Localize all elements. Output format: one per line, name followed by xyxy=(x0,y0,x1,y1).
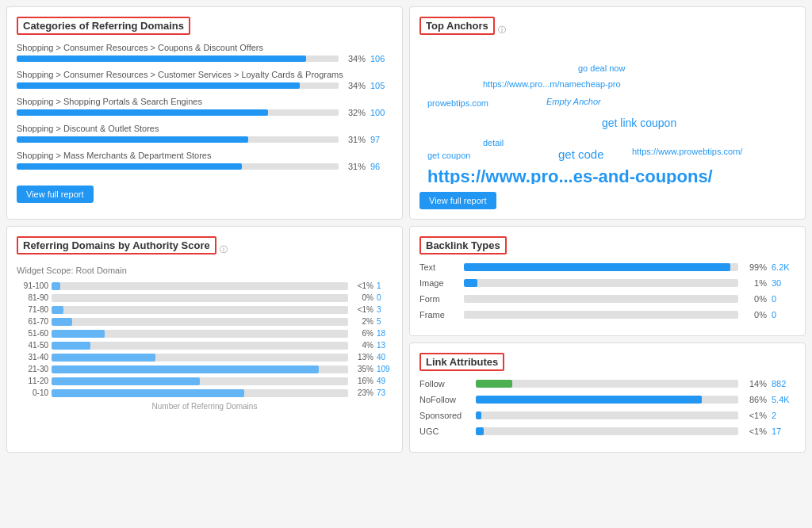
bt-count: 6.2K xyxy=(772,262,795,272)
category-item: Shopping > Mass Merchants & Department S… xyxy=(17,151,393,171)
category-item: Shopping > Consumer Resources > Customer… xyxy=(17,70,393,90)
authority-pct: 4% xyxy=(351,341,373,350)
la-track xyxy=(476,411,738,419)
authority-bar-fill xyxy=(52,354,155,362)
category-bar-row: 34% 105 xyxy=(17,81,393,90)
axis-label: Number of Referring Domains xyxy=(17,402,393,411)
category-pct: 34% xyxy=(343,81,366,90)
authority-bar-track xyxy=(52,318,348,326)
anchors-cloud: go deal now https://www.pro...m/namechea… xyxy=(419,49,795,184)
bt-track xyxy=(464,263,738,271)
backlink-type-row: Image 1% 30 xyxy=(419,278,795,288)
authority-bar-track xyxy=(52,354,348,362)
link-attr-row: Sponsored <1% 2 xyxy=(419,411,795,420)
link-attr-row: NoFollow 86% 5.4K xyxy=(419,395,795,404)
authority-range: 21-30 xyxy=(17,365,48,373)
category-bar-fill xyxy=(17,109,268,116)
category-bar-fill xyxy=(17,136,248,143)
authority-pct: 23% xyxy=(351,388,373,397)
authority-bar-track xyxy=(52,330,348,338)
category-bar-fill xyxy=(17,163,242,170)
la-label: UGC xyxy=(419,427,471,436)
link-attr-row: UGC <1% 17 xyxy=(419,427,795,436)
bt-pct: 1% xyxy=(743,278,767,288)
authority-bar-fill xyxy=(52,282,60,290)
bt-track xyxy=(464,311,738,319)
la-label: NoFollow xyxy=(419,395,471,404)
category-label: Shopping > Consumer Resources > Customer… xyxy=(17,70,393,79)
category-count: 105 xyxy=(370,81,393,90)
authority-range: 81-90 xyxy=(17,293,48,302)
anchor-detail: detail xyxy=(483,138,504,147)
category-count: 96 xyxy=(370,162,393,171)
anchor-prowebtips-url: https://www.prowebtips.com/ xyxy=(632,147,742,156)
right-bottom-column: Backlink Types Text 99% 6.2K Image 1% 30… xyxy=(409,226,806,453)
authority-info-icon: ⓘ xyxy=(220,244,228,255)
category-bar-track xyxy=(17,55,339,62)
categories-list: Shopping > Consumer Resources > Coupons … xyxy=(17,43,393,171)
authority-pct: 6% xyxy=(351,329,373,338)
top-anchors-card: Top Anchors ⓘ go deal now https://www.pr… xyxy=(409,6,806,220)
authority-bar-fill xyxy=(52,306,63,314)
authority-row: 51-60 6% 18 xyxy=(17,329,393,338)
la-track xyxy=(476,380,738,388)
categories-title: Categories of Referring Domains xyxy=(17,17,190,35)
la-fill xyxy=(476,396,702,404)
authority-pct: 0% xyxy=(351,293,373,302)
authority-bar-track xyxy=(52,342,348,350)
anchor-get-coupon: get coupon xyxy=(427,151,470,160)
authority-count: 1 xyxy=(377,281,393,290)
authority-bar-track xyxy=(52,306,348,314)
authority-bar-fill xyxy=(52,330,105,338)
authority-range: 31-40 xyxy=(17,353,48,362)
authority-row: 91-100 <1% 1 xyxy=(17,281,393,290)
la-count: 5.4K xyxy=(772,395,795,404)
category-count: 100 xyxy=(370,108,393,117)
authority-bar-track xyxy=(52,377,348,385)
authority-bar-fill xyxy=(52,377,200,385)
authority-pct: 13% xyxy=(351,353,373,362)
authority-pct: 35% xyxy=(351,365,373,373)
categories-card: Categories of Referring Domains Shopping… xyxy=(6,6,403,220)
authority-bar-track xyxy=(52,365,348,373)
la-pct: <1% xyxy=(743,411,767,420)
category-bar-row: 31% 97 xyxy=(17,135,393,144)
la-track xyxy=(476,427,738,435)
bt-fill xyxy=(464,263,730,271)
authority-pct: <1% xyxy=(351,305,373,314)
category-label: Shopping > Consumer Resources > Coupons … xyxy=(17,43,393,52)
authority-row: 0-10 23% 73 xyxy=(17,388,393,397)
category-bar-row: 34% 106 xyxy=(17,54,393,63)
authority-score-title: Referring Domains by Authority Score xyxy=(17,236,216,254)
link-attr-row: Follow 14% 882 xyxy=(419,379,795,388)
authority-pct: 16% xyxy=(351,377,373,385)
authority-row: 71-80 <1% 3 xyxy=(17,305,393,314)
bt-track xyxy=(464,295,738,303)
authority-row: 41-50 4% 13 xyxy=(17,341,393,350)
authority-range: 0-10 xyxy=(17,388,48,397)
bt-track xyxy=(464,279,738,287)
bt-pct: 0% xyxy=(743,310,767,319)
authority-count: 0 xyxy=(377,293,393,302)
bt-label: Frame xyxy=(419,310,459,319)
categories-view-full-button[interactable]: View full report xyxy=(17,186,94,203)
authority-bar-fill xyxy=(52,389,244,397)
top-anchors-title: Top Anchors xyxy=(419,17,495,35)
category-bar-row: 32% 100 xyxy=(17,108,393,117)
link-attributes-title: Link Attributes xyxy=(419,353,504,371)
la-track xyxy=(476,396,738,404)
category-item: Shopping > Consumer Resources > Coupons … xyxy=(17,43,393,63)
backlink-types-card: Backlink Types Text 99% 6.2K Image 1% 30… xyxy=(409,226,806,336)
link-attr-list: Follow 14% 882 NoFollow 86% 5.4K Sponsor… xyxy=(419,379,795,436)
la-label: Sponsored xyxy=(419,411,471,420)
bt-pct: 0% xyxy=(743,294,767,304)
backlink-type-row: Form 0% 0 xyxy=(419,294,795,304)
category-bar-track xyxy=(17,82,339,89)
authority-range: 91-100 xyxy=(17,281,48,290)
anchors-view-full-button[interactable]: View full report xyxy=(419,192,496,209)
authority-bar-track xyxy=(52,389,348,397)
category-label: Shopping > Shopping Portals & Search Eng… xyxy=(17,97,393,106)
la-fill xyxy=(476,380,512,388)
category-label: Shopping > Discount & Outlet Stores xyxy=(17,124,393,133)
category-bar-track xyxy=(17,109,339,116)
